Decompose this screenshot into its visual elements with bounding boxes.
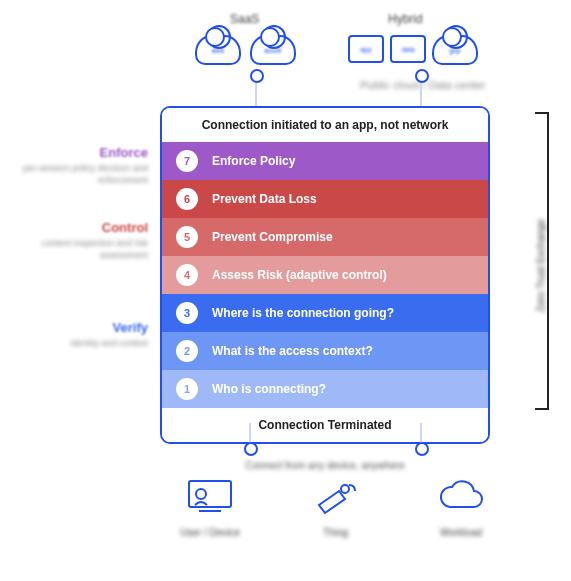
cloud-icon: azure <box>250 35 296 65</box>
top-label-saas: SaaS <box>230 12 259 26</box>
step-label: Prevent Data Loss <box>212 192 317 206</box>
step-label: Prevent Compromise <box>212 230 333 244</box>
step-number: 3 <box>176 302 198 324</box>
stack-row: 7 Enforce Policy <box>162 142 488 180</box>
stack-footer: Connection Terminated <box>162 408 488 442</box>
top-label-hybrid: Hybrid <box>388 12 423 26</box>
app-box-icon: data <box>390 35 426 63</box>
user-device-icon <box>184 475 236 519</box>
stack-row: 4 Assess Risk (adaptive control) <box>162 256 488 294</box>
connector-line <box>255 76 257 106</box>
stack-row: 6 Prevent Data Loss <box>162 180 488 218</box>
step-number: 1 <box>176 378 198 400</box>
stack-row: 2 What is the access context? <box>162 332 488 370</box>
stack-row: 3 Where is the connection going? <box>162 294 488 332</box>
connector-line <box>249 423 251 449</box>
step-number: 2 <box>176 340 198 362</box>
cloud-icon: gcp <box>432 35 478 65</box>
step-label: Where is the connection going? <box>212 306 394 320</box>
stack-row: 5 Prevent Compromise <box>162 218 488 256</box>
step-number: 5 <box>176 226 198 248</box>
bottom-item-user: User / Device <box>160 475 260 575</box>
section-label-control: Control content inspection and risk asse… <box>8 220 148 261</box>
bottom-note: Connect from any device, anywhere <box>220 460 430 471</box>
workload-cloud-icon <box>435 475 487 519</box>
bottom-item-thing: Thing <box>286 475 386 575</box>
thing-icon <box>310 475 362 519</box>
zero-trust-stack: Connection initiated to an app, not netw… <box>160 106 490 444</box>
section-label-enforce: Enforce per-session policy decision and … <box>8 145 148 186</box>
svg-point-1 <box>196 489 206 499</box>
cloud-icon: aws <box>195 35 241 65</box>
step-number: 4 <box>176 264 198 286</box>
step-label: Enforce Policy <box>212 154 295 168</box>
step-label: What is the access context? <box>212 344 373 358</box>
connector-line <box>420 423 422 449</box>
step-label: Assess Risk (adaptive control) <box>212 268 387 282</box>
bottom-icons-row: User / Device Thing Workload <box>160 475 511 575</box>
top-icons-row: aws azure app data gcp Public cloud / Da… <box>0 35 571 85</box>
stack-row: 1 Who is connecting? <box>162 370 488 408</box>
connector-line <box>420 76 422 106</box>
stack-header: Connection initiated to an app, not netw… <box>162 108 488 142</box>
svg-point-3 <box>341 485 349 493</box>
step-label: Who is connecting? <box>212 382 326 396</box>
right-bracket-label: Zero Trust Exchange <box>536 186 547 346</box>
app-box-icon: app <box>348 35 384 63</box>
step-number: 7 <box>176 150 198 172</box>
step-number: 6 <box>176 188 198 210</box>
bottom-item-workload: Workload <box>411 475 511 575</box>
section-label-verify: Verify identity and context <box>8 320 148 350</box>
